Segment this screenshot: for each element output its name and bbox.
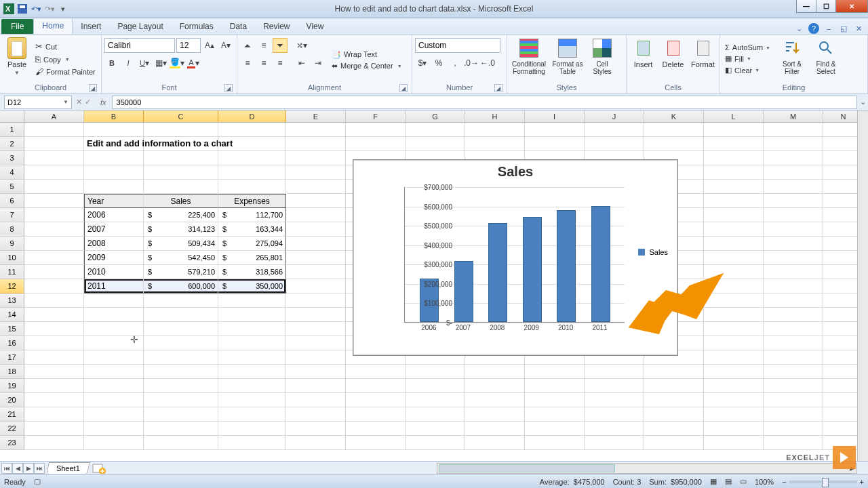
cell[interactable] (84, 350, 144, 365)
cell[interactable] (24, 293, 84, 308)
cell[interactable] (84, 379, 144, 393)
col-header[interactable]: F (346, 110, 406, 122)
row-header[interactable]: 23 (0, 436, 24, 450)
number-dialog-icon[interactable]: ◢ (494, 84, 502, 92)
embedded-chart[interactable]: Sales Sales $-$100,000$200,000$300,000$4… (353, 159, 678, 356)
cell[interactable] (286, 237, 346, 251)
tab-data[interactable]: Data (222, 19, 255, 34)
cell[interactable] (24, 422, 84, 436)
cell[interactable]: $275,094 (218, 237, 286, 251)
cell[interactable] (84, 180, 144, 194)
cell[interactable] (764, 251, 823, 265)
cell[interactable] (764, 123, 823, 137)
decrease-decimal-icon[interactable]: ←.0 (480, 56, 495, 70)
cell[interactable] (84, 308, 144, 322)
cell[interactable] (406, 379, 465, 393)
align-center-icon[interactable]: ≡ (256, 56, 271, 70)
prev-sheet-icon[interactable]: ◀ (12, 463, 23, 474)
tab-view[interactable]: View (298, 19, 332, 34)
cell[interactable] (286, 194, 346, 208)
font-dialog-icon[interactable]: ◢ (224, 84, 233, 92)
row-header[interactable]: 3 (0, 151, 24, 165)
cell[interactable] (24, 265, 84, 279)
cell[interactable] (704, 222, 764, 237)
cell[interactable] (465, 123, 525, 137)
help-icon[interactable]: ? (808, 23, 819, 34)
cell[interactable] (144, 180, 218, 194)
view-normal-icon[interactable]: ▦ (710, 477, 717, 486)
save-icon[interactable] (16, 3, 28, 15)
cell[interactable]: $112,700 (218, 208, 286, 222)
cell[interactable] (24, 407, 84, 422)
font-size-combo[interactable] (176, 38, 201, 53)
currency-button[interactable]: $▾ (415, 56, 430, 70)
format-as-table-button[interactable]: Format as Table (550, 36, 585, 77)
cell[interactable] (286, 308, 346, 322)
cell[interactable] (585, 123, 644, 137)
col-header[interactable]: A (24, 110, 84, 122)
window-close-icon[interactable]: ✕ (853, 23, 864, 34)
autosum-button[interactable]: ΣAutoSum▼ (723, 43, 772, 52)
cell-styles-button[interactable]: Cell Styles (587, 36, 617, 77)
underline-button[interactable]: U▾ (137, 56, 152, 70)
cell[interactable] (218, 379, 286, 393)
cell[interactable] (346, 436, 406, 450)
cell[interactable] (704, 237, 764, 251)
cell[interactable] (704, 365, 764, 379)
col-header[interactable]: H (465, 110, 525, 122)
cell[interactable]: $509,434 (144, 237, 218, 251)
col-header[interactable]: B (84, 110, 144, 122)
cell[interactable] (218, 180, 286, 194)
cell[interactable] (764, 350, 823, 365)
row-header[interactable]: 15 (0, 322, 24, 336)
cell[interactable] (84, 393, 144, 407)
cell[interactable] (144, 379, 218, 393)
row-header[interactable]: 16 (0, 336, 24, 350)
new-sheet-button[interactable] (92, 463, 106, 474)
undo-icon[interactable]: ↶▾ (30, 3, 42, 15)
cell[interactable] (704, 137, 764, 151)
cell[interactable] (24, 436, 84, 450)
cell[interactable] (704, 265, 764, 279)
cell[interactable] (218, 322, 286, 336)
align-middle-icon[interactable]: ≡ (256, 38, 271, 53)
cell[interactable] (286, 436, 346, 450)
cell[interactable] (764, 293, 823, 308)
align-left-icon[interactable]: ≡ (240, 56, 255, 70)
cell[interactable] (764, 279, 823, 293)
cell[interactable] (704, 336, 764, 350)
cell[interactable] (144, 123, 218, 137)
cell[interactable] (144, 322, 218, 336)
cell[interactable]: $265,801 (218, 251, 286, 265)
cell[interactable] (525, 365, 585, 379)
cell[interactable] (24, 251, 84, 265)
cell[interactable] (704, 422, 764, 436)
cell[interactable] (84, 151, 144, 165)
increase-decimal-icon[interactable]: .0→ (464, 56, 479, 70)
zoom-level[interactable]: 100% (755, 478, 774, 486)
cell[interactable] (764, 208, 823, 222)
cell[interactable] (346, 393, 406, 407)
cell[interactable]: $542,450 (144, 251, 218, 265)
cell[interactable] (644, 137, 704, 151)
cell[interactable]: 2009 (84, 251, 144, 265)
cell[interactable] (218, 336, 286, 350)
cut-button[interactable]: Cut (33, 41, 98, 52)
find-select-button[interactable]: Find & Select (812, 36, 840, 77)
close-button[interactable]: ✕ (835, 0, 868, 13)
row-header[interactable]: 12 (0, 279, 24, 293)
cell[interactable] (764, 379, 823, 393)
cell[interactable] (764, 422, 823, 436)
qat-dropdown-icon[interactable]: ▾ (57, 3, 69, 15)
border-button[interactable]: ▦▾ (153, 56, 168, 70)
insert-cells-button[interactable]: Insert (629, 36, 657, 70)
cell[interactable] (585, 365, 644, 379)
cell[interactable] (704, 151, 764, 165)
minimize-button[interactable]: — (796, 0, 816, 13)
cell[interactable] (704, 350, 764, 365)
maximize-button[interactable]: ☐ (816, 0, 836, 13)
cell[interactable] (218, 393, 286, 407)
redo-icon[interactable]: ↷▾ (43, 3, 56, 15)
cell[interactable] (144, 393, 218, 407)
col-header[interactable]: I (525, 110, 585, 122)
